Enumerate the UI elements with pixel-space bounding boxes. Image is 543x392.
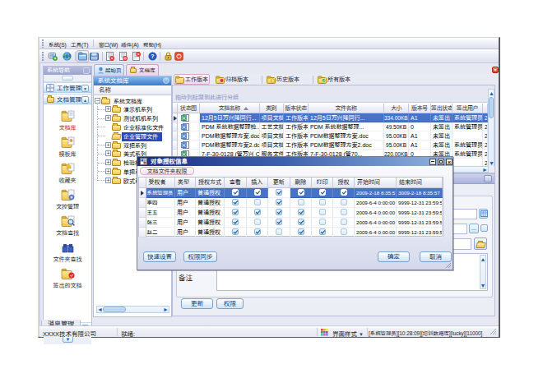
svg-text:?: ? — [151, 53, 154, 59]
